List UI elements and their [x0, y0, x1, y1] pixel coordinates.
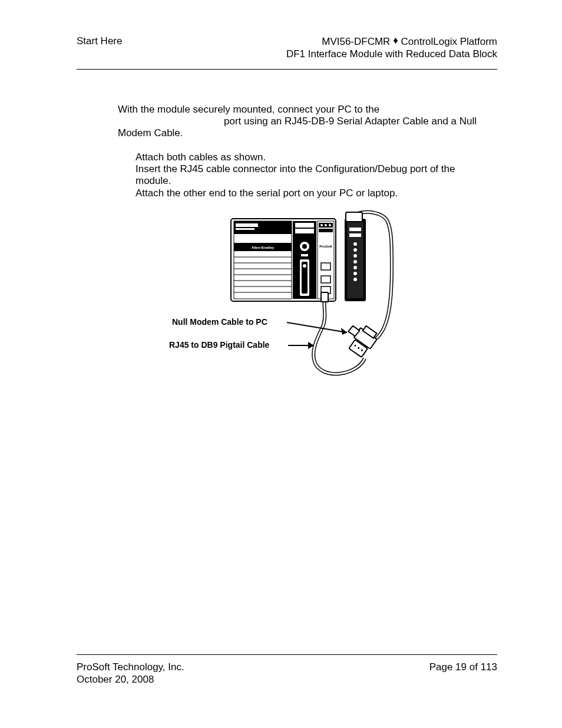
cable-diagram-svg: Allen-Bradley Pro [169, 210, 405, 381]
diamond-icon: ♦ [393, 34, 398, 47]
header-platform: ControlLogix Platform [398, 36, 497, 47]
svg-line-51 [287, 322, 347, 332]
label-rj45-db9: RJ45 to DB9 Pigtail Cable [169, 340, 270, 350]
svg-rect-42 [346, 212, 362, 222]
body-line-1: With the module securely mounted, connec… [118, 104, 497, 116]
brand-text: Allen-Bradley [252, 246, 275, 249]
svg-point-24 [320, 224, 323, 226]
footer-company: ProSoft Technology, Inc. [77, 661, 184, 673]
body-text: With the module securely mounted, connec… [77, 104, 497, 140]
footer-page: Page 19 of 113 [429, 661, 497, 686]
header-subtitle: DF1 Interface Module with Reduced Data B… [286, 48, 497, 60]
svg-point-17 [302, 244, 307, 249]
steps-list: Attach both cables as shown. Insert the … [135, 151, 497, 200]
svg-point-38 [353, 260, 357, 263]
svg-rect-4 [236, 228, 254, 230]
module-brand-text: ProSoft [319, 245, 332, 248]
svg-rect-18 [301, 254, 308, 256]
svg-point-36 [353, 248, 357, 252]
header-product: MVI56-DFCMR [322, 36, 393, 47]
svg-point-39 [353, 266, 357, 269]
svg-rect-2 [234, 221, 292, 234]
footer-left: ProSoft Technology, Inc. October 20, 200… [77, 661, 184, 686]
svg-rect-33 [349, 228, 361, 231]
svg-point-37 [353, 254, 357, 258]
body-line-2: port using an RJ45-DB-9 Serial Adapter C… [224, 116, 497, 127]
svg-rect-15 [295, 229, 314, 233]
svg-point-35 [353, 242, 357, 246]
svg-point-41 [353, 278, 357, 281]
step-3: Attach the other end to the serial port … [135, 187, 497, 199]
header-right: MVI56-DFCMR ♦ ControlLogix Platform DF1 … [286, 35, 497, 61]
step-2a: Insert the RJ45 cable connector into the… [135, 163, 497, 175]
header-left: Start Here [77, 35, 122, 47]
svg-rect-34 [349, 233, 361, 237]
body-line-3: Modem Cable. [118, 127, 497, 139]
step-2b: module. [135, 175, 497, 187]
page-header: Start Here MVI56-DFCMR ♦ ControlLogix Pl… [77, 35, 497, 70]
page-footer: ProSoft Technology, Inc. October 20, 200… [77, 654, 497, 686]
svg-rect-27 [319, 229, 333, 232]
svg-rect-50 [321, 292, 328, 302]
svg-point-26 [329, 224, 331, 226]
label-null-modem: Null Modem Cable to PC [172, 317, 267, 327]
svg-rect-14 [295, 223, 314, 228]
diagram: Allen-Bradley Pro [77, 210, 497, 381]
svg-point-21 [303, 264, 306, 268]
svg-marker-52 [341, 328, 347, 335]
svg-rect-22 [318, 221, 334, 299]
svg-rect-3 [236, 223, 258, 227]
step-1: Attach both cables as shown. [135, 151, 497, 163]
svg-point-40 [353, 272, 357, 275]
footer-date: October 20, 2008 [77, 673, 184, 686]
svg-point-25 [325, 224, 327, 226]
